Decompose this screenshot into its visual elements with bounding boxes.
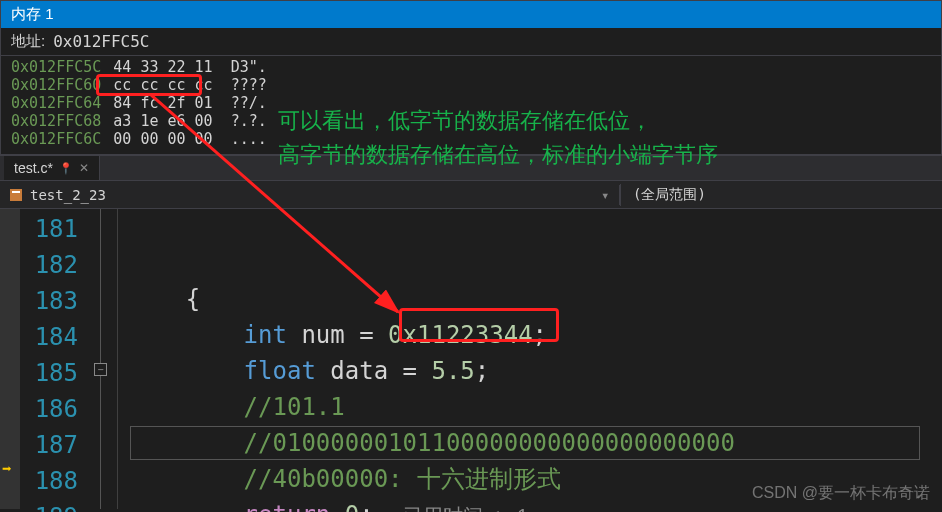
- scope-bar: test_2_23 ▾ (全局范围): [0, 181, 942, 209]
- code-editor[interactable]: ➡ 181182183184185186187188189 − { int nu…: [0, 209, 942, 509]
- scope-global[interactable]: (全局范围): [620, 184, 942, 206]
- address-value[interactable]: 0x012FFC5C: [53, 32, 149, 51]
- fold-gutter: −: [92, 209, 118, 509]
- watermark: CSDN @要一杯卡布奇诺: [752, 483, 930, 504]
- project-icon: [8, 187, 24, 203]
- memory-panel-title: 内存 1: [1, 1, 941, 28]
- address-label: 地址:: [11, 32, 45, 51]
- code-content[interactable]: { int num = 0x11223344; float data = 5.5…: [118, 209, 735, 509]
- line-numbers: 181182183184185186187188189: [20, 209, 92, 509]
- pin-icon[interactable]: 📍: [59, 162, 73, 175]
- timing-hint: 已用时间 <= 1ms: [403, 505, 555, 512]
- execution-arrow-icon: ➡: [2, 459, 12, 478]
- svg-rect-1: [12, 191, 20, 193]
- tab-test-c[interactable]: test.c* 📍 ✕: [4, 156, 100, 180]
- annotation-text: 可以看出，低字节的数据存储在低位， 高字节的数据存储在高位，标准的小端字节序: [278, 104, 718, 172]
- memory-address-bar: 地址: 0x012FFC5C: [1, 28, 941, 56]
- chevron-down-icon: ▾: [601, 187, 611, 203]
- tab-label: test.c*: [14, 160, 53, 176]
- svg-rect-0: [10, 189, 22, 201]
- annotation-box: [399, 308, 559, 342]
- close-icon[interactable]: ✕: [79, 161, 89, 175]
- fold-toggle[interactable]: −: [94, 363, 107, 376]
- scope-project[interactable]: test_2_23 ▾: [0, 185, 620, 205]
- annotation-box: [96, 74, 202, 96]
